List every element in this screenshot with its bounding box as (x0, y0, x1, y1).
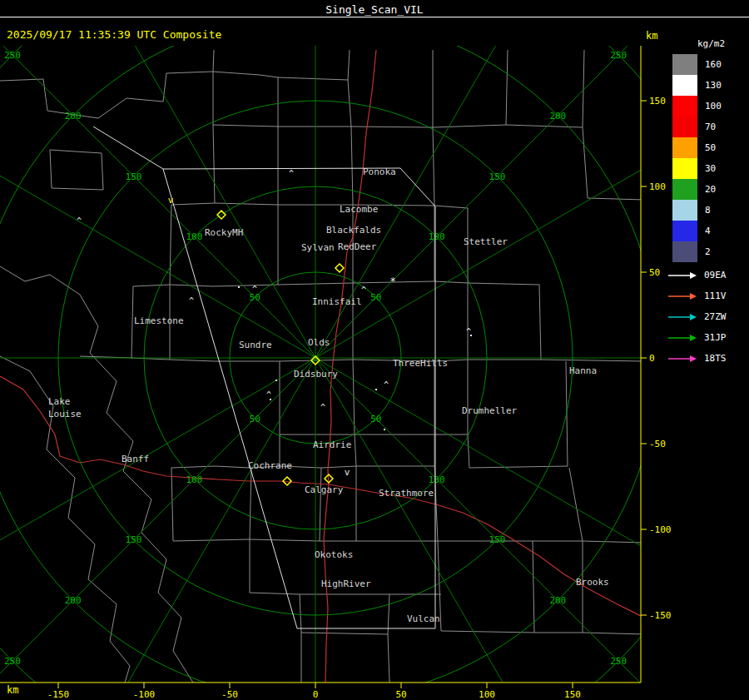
city-label: Banff (122, 454, 149, 464)
radar-legend-item[interactable]: 27ZW (667, 306, 727, 327)
bottom-axis-tick-label: 50 (395, 689, 406, 700)
scale-value: 8 (697, 200, 711, 221)
town-marker-dot (238, 286, 240, 288)
radar-legend-item[interactable]: 09EA (667, 265, 727, 285)
scale-value: 4 (697, 221, 711, 241)
city-label: RedDeer (338, 241, 377, 252)
radar-arrow-icon (667, 271, 697, 280)
county-boundary-line (438, 541, 534, 633)
scale-swatch (672, 158, 697, 179)
city-label: ThreeHills (393, 358, 448, 369)
city-label: Louise (48, 409, 82, 420)
city-label: Brooks (576, 577, 609, 588)
right-axis-tick-label: 50 (649, 267, 660, 278)
range-ring-label: 50 (250, 292, 260, 303)
city-label: HighRiver (321, 578, 371, 589)
bottom-axis-tick-label: -100 (133, 689, 156, 700)
scale-entry: 30 (672, 158, 725, 179)
azimuth-spoke-line (82, 358, 315, 700)
town-marker-dot (270, 399, 271, 400)
range-ring-label: 50 (370, 414, 381, 424)
county-boundary-line (278, 80, 351, 127)
azimuth-spoke-line (82, 0, 315, 358)
scale-swatch (672, 200, 697, 221)
county-boundary-line (434, 360, 468, 434)
county-boundary-line (50, 150, 103, 190)
radar-id: 18TS (697, 353, 727, 364)
range-ring-label: 250 (4, 50, 21, 61)
right-axis-tick-label: -100 (649, 524, 672, 535)
town-marker-caret: ^ (320, 403, 325, 412)
scale-entry: 4 (672, 221, 725, 241)
city-label: Vulcan (407, 613, 440, 624)
county-boundary-line (250, 539, 300, 594)
scale-entries: 16013010070503020842 (672, 54, 725, 262)
scale-swatch (672, 117, 697, 137)
radar-map-display[interactable]: 5050505010010010010015015015015020020020… (0, 0, 749, 700)
arrow-marker: v (345, 467, 350, 478)
radar-id: 09EA (697, 270, 727, 280)
scale-value: 20 (697, 179, 716, 200)
county-boundary-line (170, 360, 353, 361)
town-marker-caret: ^ (266, 390, 271, 400)
county-boundary-line (356, 434, 434, 466)
city-label: Sundre (239, 340, 272, 350)
right-axis-tick-label: -150 (649, 610, 672, 621)
range-ring-label: 200 (549, 111, 566, 122)
town-marker-dot (470, 335, 472, 336)
radar-legend-item[interactable]: 111V (667, 285, 727, 306)
radar-site-legend: 09EA111V27ZW31JP18TS (667, 265, 727, 369)
radar-arrow-icon (667, 312, 697, 322)
scale-swatch (672, 221, 697, 241)
city-label: Airdrie (313, 439, 351, 450)
scale-swatch (672, 54, 697, 75)
range-ring-label: 200 (65, 595, 82, 606)
radar-arrow-icon (667, 354, 697, 364)
radar-legend-item[interactable]: 18TS (667, 348, 727, 369)
scale-swatch (672, 241, 697, 262)
county-boundary-line (506, 50, 584, 127)
scale-unit-label: kg/m2 (672, 38, 725, 49)
county-boundary-line (0, 266, 80, 295)
range-ring-label: 250 (610, 656, 627, 667)
county-boundary-line (468, 283, 541, 360)
scale-value: 70 (697, 117, 716, 137)
town-marker-caret: ^ (252, 285, 257, 294)
town-marker-caret: ^ (189, 296, 194, 305)
scale-value: 160 (697, 54, 722, 75)
range-ring-label: 100 (429, 231, 445, 242)
town-marker-dot (375, 389, 377, 390)
scale-value: 50 (697, 137, 716, 158)
city-label: RockyMH (205, 227, 243, 238)
scale-swatch (672, 137, 697, 158)
city-label: Ponoka (363, 166, 396, 177)
county-boundary-line (433, 50, 508, 127)
right-axis-tick-label: 100 (649, 181, 666, 192)
range-ring-label: 250 (610, 50, 627, 61)
scale-swatch (672, 96, 697, 117)
scale-entry: 100 (672, 96, 725, 117)
town-marker-caret: ^ (77, 216, 82, 226)
range-ring-label: 150 (126, 534, 142, 545)
radar-id: 27ZW (697, 311, 727, 322)
county-boundary-line (434, 206, 468, 283)
scale-value: 130 (697, 75, 722, 96)
county-boundary-line (388, 634, 389, 683)
city-label: Calgary (305, 484, 344, 495)
bottom-axis-tick-label: -150 (47, 689, 70, 700)
town-marker-dot (384, 429, 385, 430)
azimuth-spoke-line (315, 28, 645, 358)
scale-entry: 130 (672, 75, 725, 96)
map-layers: 5050505010010010010015015015015020020020… (0, 0, 749, 700)
station-marker-diamond (335, 264, 344, 272)
range-ring-label: 250 (4, 656, 21, 667)
right-axis-tick-label: -50 (649, 439, 666, 449)
radar-legend-item[interactable]: 31JP (667, 327, 727, 348)
right-axis-tick-label: 0 (649, 353, 655, 364)
city-label: Drumheller (462, 405, 518, 416)
bottom-axis-tick-label: 0 (313, 689, 319, 700)
scale-entry: 160 (672, 54, 725, 75)
county-boundary-line (356, 466, 438, 541)
town-marker-asterisk: * (389, 276, 395, 287)
scale-entry: 2 (672, 241, 725, 262)
